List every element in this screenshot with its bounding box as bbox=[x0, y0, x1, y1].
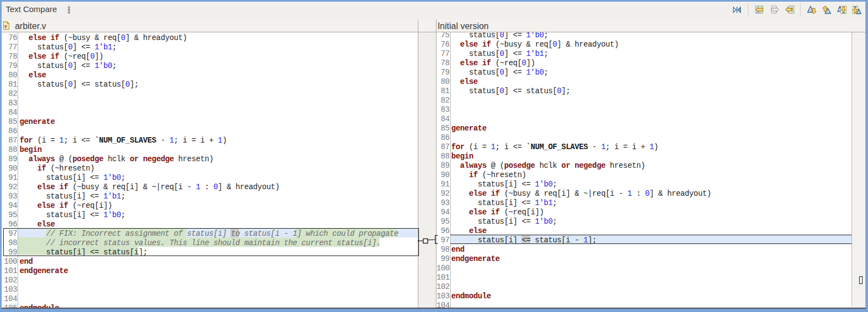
svg-text:v: v bbox=[4, 22, 7, 29]
